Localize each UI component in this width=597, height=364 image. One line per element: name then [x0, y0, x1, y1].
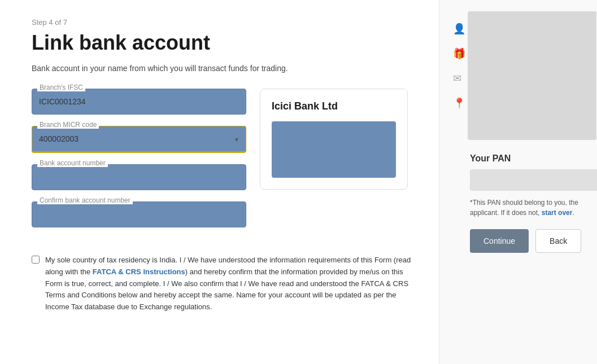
account-number-field-group: Bank account number: [32, 164, 246, 190]
account-number-input[interactable]: [32, 164, 246, 190]
sidebar-layout: 👤 🎁 ✉ 📍 Your PAN *This PAN should belong…: [453, 11, 583, 253]
back-button[interactable]: Back: [535, 229, 581, 253]
form-fields: Branch's IFSC Branch MICR code 400002003…: [32, 89, 246, 239]
main-content: Step 4 of 7 Link bank account Bank accou…: [0, 0, 439, 364]
continue-button[interactable]: Continue: [470, 229, 529, 253]
sidebar-card: [468, 11, 596, 140]
ifsc-input[interactable]: [32, 89, 246, 115]
sidebar: 👤 🎁 ✉ 📍 Your PAN *This PAN should belong…: [439, 0, 597, 364]
your-pan-label: Your PAN: [470, 154, 597, 164]
gift-icon: 🎁: [453, 47, 465, 60]
ifsc-field-group: Branch's IFSC: [32, 89, 246, 115]
confirm-account-label: Confirm bank account number: [37, 196, 133, 204]
micr-field-group: Branch MICR code 400002003: [32, 126, 246, 153]
bank-card: Icici Bank Ltd: [260, 89, 408, 190]
subtitle: Bank account in your name from which you…: [32, 64, 412, 73]
sidebar-icon-col: 👤 🎁 ✉ 📍: [453, 11, 465, 253]
checkbox-text: My sole country of tax residency is Indi…: [45, 255, 412, 313]
location-icon: 📍: [453, 97, 465, 109]
page-title: Link bank account: [32, 31, 412, 55]
person-icon: 👤: [453, 23, 465, 35]
checkbox-section: My sole country of tax residency is Indi…: [32, 255, 412, 313]
micr-select-wrapper: 400002003: [32, 126, 246, 153]
ifsc-label: Branch's IFSC: [37, 84, 85, 91]
start-over-link[interactable]: start over: [542, 209, 573, 217]
confirm-account-field-group: Confirm bank account number: [32, 201, 246, 227]
bank-name: Icici Bank Ltd: [272, 100, 396, 112]
pan-note: *This PAN should belong to you, the appl…: [470, 198, 597, 218]
form-area: Branch's IFSC Branch MICR code 400002003…: [32, 89, 412, 239]
pan-note-end: .: [572, 209, 574, 217]
mail-icon: ✉: [453, 72, 465, 85]
micr-label: Branch MICR code: [37, 121, 99, 129]
bank-logo: [272, 121, 396, 178]
step-label: Step 4 of 7: [32, 18, 412, 27]
sidebar-buttons: Continue Back: [470, 229, 597, 253]
pan-display: [470, 169, 597, 191]
fatca-checkbox[interactable]: [32, 256, 40, 264]
fatca-link[interactable]: FATCA & CRS Instructions: [93, 267, 185, 276]
sidebar-main-col: Your PAN *This PAN should belong to you,…: [470, 11, 597, 253]
micr-select[interactable]: 400002003: [32, 126, 246, 153]
confirm-account-input[interactable]: [32, 201, 246, 227]
account-number-label: Bank account number: [37, 159, 108, 167]
